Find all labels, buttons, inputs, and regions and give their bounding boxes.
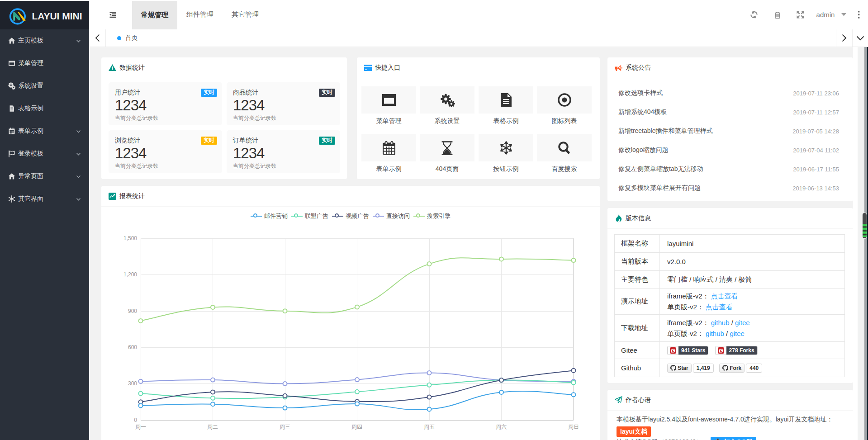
svg-text:周一: 周一	[135, 424, 146, 430]
svg-text:周二: 周二	[207, 424, 218, 430]
svg-text:1,200: 1,200	[123, 271, 137, 278]
svg-text:周六: 周六	[496, 424, 507, 430]
svg-text:900: 900	[128, 308, 137, 314]
svg-text:周四: 周四	[351, 424, 362, 430]
svg-text:周五: 周五	[424, 424, 435, 430]
svg-text:300: 300	[128, 380, 137, 387]
svg-text:600: 600	[128, 344, 137, 350]
svg-text:0: 0	[134, 417, 137, 423]
svg-text:1,500: 1,500	[123, 235, 137, 241]
svg-text:周日: 周日	[568, 424, 579, 430]
svg-text:周三: 周三	[280, 424, 290, 430]
